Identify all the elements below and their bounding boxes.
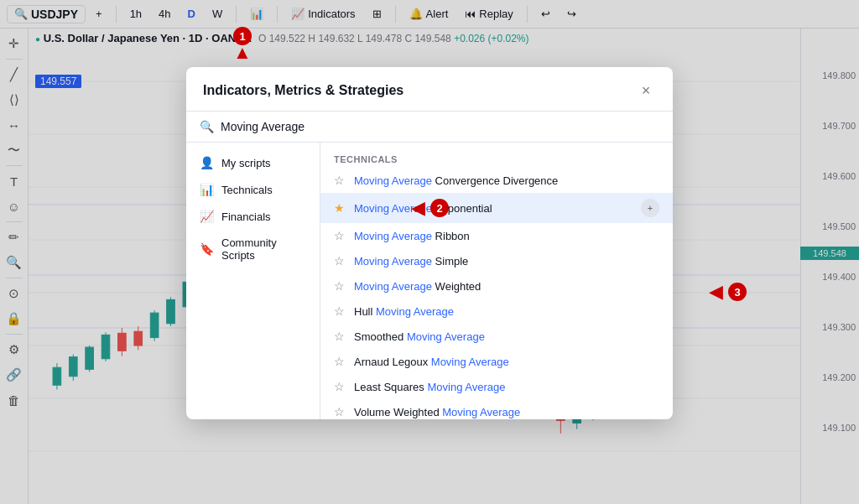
modal-search-bar: 🔍	[186, 112, 673, 143]
result-item-lsma[interactable]: ☆ Least Squares Moving Average	[320, 374, 673, 399]
modal-body: 👤 My scripts 📊 Technicals 📈 Financials 🔖…	[186, 143, 673, 419]
modal-header: Indicators, Metrics & Strategies ×	[186, 67, 673, 112]
star-icon[interactable]: ☆	[334, 355, 347, 368]
modal-sidebar: 👤 My scripts 📊 Technicals 📈 Financials 🔖…	[186, 143, 320, 419]
search-icon: 🔍	[200, 120, 214, 133]
result-text: Smoothed Moving Average	[354, 330, 485, 343]
modal-close-button[interactable]: ×	[636, 81, 656, 101]
modal-results-panel: TECHNICALS ☆ Moving Average Convergence …	[320, 143, 673, 419]
star-icon[interactable]: ☆	[334, 380, 347, 393]
star-icon[interactable]: ☆	[334, 279, 347, 293]
sidebar-item-community[interactable]: 🔖 Community Scripts	[186, 230, 320, 268]
financials-icon: 📈	[200, 210, 213, 223]
person-icon: 👤	[200, 156, 213, 169]
modal-overlay[interactable]: Indicators, Metrics & Strategies × 🔍 👤 M…	[0, 0, 859, 504]
result-text: Moving Average Convergence Divergence	[354, 174, 558, 187]
result-item-smoothed[interactable]: ☆ Smoothed Moving Average	[320, 324, 673, 349]
result-item-vwma[interactable]: ☆ Volume Weighted Moving Average	[320, 399, 673, 419]
sidebar-item-label: My scripts	[221, 157, 271, 169]
results-section-label: TECHNICALS	[320, 149, 673, 168]
result-item-alma[interactable]: ☆ Arnaud Legoux Moving Average	[320, 349, 673, 374]
result-text: Moving Average Simple	[354, 255, 468, 268]
result-item-ema[interactable]: ★ Moving Average Exponential +	[320, 193, 673, 223]
sidebar-item-label: Technicals	[221, 184, 273, 196]
sidebar-item-my-scripts[interactable]: 👤 My scripts	[186, 149, 320, 176]
sidebar-item-technicals[interactable]: 📊 Technicals	[186, 176, 320, 203]
bookmark-icon: 🔖	[200, 242, 213, 256]
sidebar-item-label: Financials	[221, 210, 271, 223]
result-item-ribbon[interactable]: ☆ Moving Average Ribbon	[320, 223, 673, 248]
result-item-wma[interactable]: ☆ Moving Average Weighted	[320, 273, 673, 299]
result-text: Hull Moving Average	[354, 305, 454, 318]
technicals-icon: 📊	[200, 183, 213, 196]
result-text: Moving Average Ribbon	[354, 230, 470, 242]
modal-title: Indicators, Metrics & Strategies	[203, 83, 403, 98]
star-icon[interactable]: ☆	[334, 229, 347, 242]
indicators-modal: Indicators, Metrics & Strategies × 🔍 👤 M…	[186, 67, 673, 419]
star-icon[interactable]: ★	[334, 201, 347, 215]
result-text: Volume Weighted Moving Average	[354, 406, 520, 418]
result-item-hull[interactable]: ☆ Hull Moving Average	[320, 299, 673, 324]
result-item-macd[interactable]: ☆ Moving Average Convergence Divergence	[320, 168, 673, 193]
star-icon[interactable]: ☆	[334, 405, 347, 418]
star-icon[interactable]: ☆	[334, 254, 347, 268]
star-icon[interactable]: ☆	[334, 174, 347, 187]
result-text: Moving Average Weighted	[354, 280, 481, 293]
star-icon[interactable]: ☆	[334, 330, 347, 343]
star-icon[interactable]: ☆	[334, 304, 347, 318]
result-actions: +	[641, 199, 659, 217]
add-to-chart-btn[interactable]: +	[641, 199, 659, 217]
result-text: Arnaud Legoux Moving Average	[354, 356, 509, 368]
sidebar-item-financials[interactable]: 📈 Financials	[186, 203, 320, 230]
result-text: Moving Average Exponential	[354, 202, 492, 215]
sidebar-item-label: Community Scripts	[221, 236, 306, 262]
result-item-sma[interactable]: ☆ Moving Average Simple	[320, 248, 673, 273]
result-text: Least Squares Moving Average	[354, 381, 505, 393]
search-input[interactable]	[221, 120, 659, 133]
